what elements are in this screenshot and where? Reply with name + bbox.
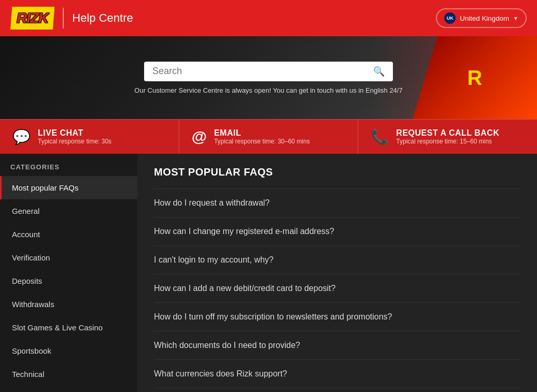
search-button[interactable]: 🔍 (373, 66, 385, 77)
faq-item[interactable]: How can I change my registered e-mail ad… (154, 217, 520, 246)
superhero-figure: R (413, 36, 537, 119)
sidebar-item-technical[interactable]: Technical (0, 362, 137, 386)
sidebar-item-withdrawals[interactable]: Withdrawals (0, 293, 137, 316)
hero-banner: R 🔍 Our Customer Service Centre is alway… (0, 36, 537, 119)
hero-subtext: Our Customer Service Centre is always op… (134, 86, 402, 94)
search-container: 🔍 Our Customer Service Centre is always … (134, 62, 402, 94)
faq-item[interactable]: What is the Welcome Offer at Rizk? (154, 388, 520, 392)
country-label: United Kingdom (460, 14, 509, 22)
faq-item[interactable]: How do I turn off my subscription to new… (154, 303, 520, 331)
uk-flag-icon: UK (444, 12, 456, 24)
faq-item[interactable]: How do I request a withdrawal? (154, 188, 520, 217)
logo-area: RIZK Help Centre (10, 7, 133, 30)
email-info: EMAIL Typical response time: 30–60 mins (214, 128, 310, 145)
sidebar-item-verification[interactable]: Verification (0, 246, 137, 269)
live-chat-icon: 💬 (12, 128, 31, 146)
faq-list: How do I request a withdrawal? How can I… (154, 188, 520, 392)
live-chat-response: Typical response time: 30s (38, 138, 111, 145)
email-label: EMAIL (214, 128, 310, 138)
callback-label: REQUEST A CALL BACK (396, 128, 499, 138)
callback-info: REQUEST A CALL BACK Typical response tim… (396, 128, 499, 145)
rizk-logo[interactable]: RIZK (10, 7, 54, 30)
sidebar: CATEGORIES Most popular FAQs General Acc… (0, 154, 137, 392)
help-centre-title: Help Centre (72, 11, 133, 25)
faq-item[interactable]: I can't login to my account, why? (154, 246, 520, 274)
faq-item[interactable]: Which documents do I need to provide? (154, 331, 520, 360)
categories-header: CATEGORIES (0, 154, 137, 176)
sidebar-item-account[interactable]: Account (0, 223, 137, 246)
sidebar-item-responsible-gaming[interactable]: Responsible Gaming (0, 386, 137, 392)
callback-response: Typical response time: 15–60 mins (396, 138, 499, 145)
live-chat-label: LIVE CHAT (38, 128, 111, 138)
sidebar-item-sportsbook[interactable]: Sportsbook (0, 339, 137, 362)
phone-icon: 📞 (371, 128, 389, 146)
callback-contact[interactable]: 📞 REQUEST A CALL BACK Typical response t… (358, 120, 537, 154)
main-content: CATEGORIES Most popular FAQs General Acc… (0, 154, 537, 392)
sidebar-item-deposits[interactable]: Deposits (0, 269, 137, 293)
email-contact[interactable]: @ EMAIL Typical response time: 30–60 min… (179, 120, 359, 154)
chevron-down-icon: ▼ (513, 16, 518, 21)
faq-content: MOST POPULAR FAQS How do I request a wit… (137, 154, 537, 392)
faq-item[interactable]: What currencies does Rizk support? (154, 360, 520, 388)
header-divider (63, 8, 64, 28)
sidebar-item-general[interactable]: General (0, 199, 137, 223)
email-response: Typical response time: 30–60 mins (214, 138, 310, 145)
header: RIZK Help Centre UK United Kingdom ▼ (0, 0, 537, 36)
sidebar-item-most-popular[interactable]: Most popular FAQs (0, 176, 137, 199)
email-icon: @ (192, 128, 207, 146)
faq-item[interactable]: How can I add a new debit/credit card to… (154, 274, 520, 303)
search-input[interactable] (152, 66, 373, 77)
live-chat-info: LIVE CHAT Typical response time: 30s (38, 128, 111, 145)
country-selector[interactable]: UK United Kingdom ▼ (436, 8, 527, 28)
sidebar-item-slot-games[interactable]: Slot Games & Live Casino (0, 316, 137, 339)
contact-bar: 💬 LIVE CHAT Typical response time: 30s @… (0, 119, 537, 154)
faq-title: MOST POPULAR FAQS (154, 166, 520, 178)
live-chat-contact[interactable]: 💬 LIVE CHAT Typical response time: 30s (0, 120, 179, 154)
search-box: 🔍 (144, 62, 393, 81)
